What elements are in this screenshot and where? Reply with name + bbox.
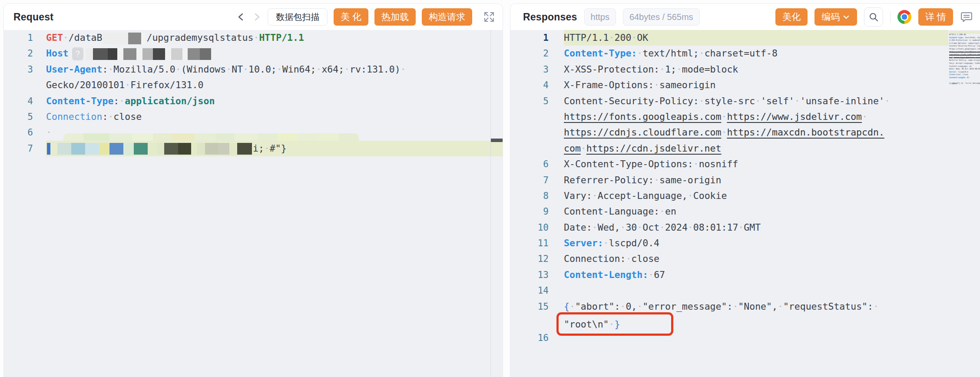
fullscreen-button[interactable] — [483, 8, 496, 26]
code-line: https://cdnjs.cloudflare.com·https://max… — [948, 48, 980, 51]
size-time-badge: 64bytes / 565ms — [623, 8, 700, 26]
history-prev-button[interactable] — [236, 8, 246, 26]
code-token: HTTP/1.1 — [259, 32, 304, 43]
code-line: 5Connection:·close — [4, 109, 503, 125]
encode-button[interactable]: 编码 — [814, 8, 857, 26]
code-token: HTTP/1.1·200·OK — [564, 32, 648, 43]
beautify-request-button[interactable]: 美 化 — [334, 8, 368, 26]
build-request-button[interactable]: 构造请求 — [422, 8, 472, 26]
code-line-content: Content-Length:·67 — [949, 74, 980, 77]
history-next-button[interactable] — [252, 8, 262, 26]
line-number: 5 — [4, 109, 33, 125]
code-line-content: Content-Type:·text/html;·charset=utf-8 — [564, 46, 980, 61]
code-line: 11Server:·lscpd/0.4 — [510, 235, 980, 251]
code-token: ·67 — [648, 269, 665, 280]
request-title: Request — [13, 11, 53, 23]
code-line: https://cdnjs.cloudflare.com·https://max… — [510, 125, 980, 140]
code-token: Gecko/20100101·Firefox/131.0 — [46, 79, 203, 90]
code-line-content: i;·#"} — [46, 141, 503, 156]
code-line-content: Connection:·close — [46, 109, 503, 125]
question-badge[interactable]: ? — [72, 47, 83, 60]
response-code-editor[interactable]: 1HTTP/1.1·200·OK2Content-Type:·text/html… — [510, 30, 980, 377]
code-token: GET· — [46, 32, 69, 43]
packet-scan-button[interactable]: 数据包扫描 — [268, 8, 328, 26]
code-line-content: com·https://cdn.jsdelivr.net — [949, 51, 980, 54]
code-line: 9Content-Language:·en — [948, 63, 980, 66]
red-annotation-box: "root\n"·} — [949, 83, 960, 85]
code-line: 7Referrer-Policy:·same-origin — [948, 56, 980, 60]
chevron-left-icon — [236, 12, 246, 22]
chevron-down-icon — [842, 13, 850, 21]
line-number: 7 — [4, 141, 33, 156]
code-line-content: Vary:·Accept-Language,·Cookie — [949, 60, 980, 63]
line-number — [510, 314, 549, 330]
line-number: 1 — [4, 30, 33, 46]
minimap[interactable]: 1HTTP/1.1·200·OK2Content-Type:·text/html… — [948, 31, 980, 96]
code-line-content: Date:·Wed,·30·Oct·2024·08:01:17·GMT — [564, 220, 980, 235]
line-number: 3 — [510, 62, 549, 77]
code-line: 2Content-Type:·text/html;·charset=utf-8 — [948, 34, 980, 37]
code-line-content: Referrer-Policy:·same-origin — [949, 56, 980, 60]
code-line-content: Gecko/20100101·Firefox/131.0 — [46, 77, 503, 93]
redacted-blocks — [103, 33, 146, 44]
code-line-content: X-Frame-Options:·sameorigin — [564, 77, 980, 93]
code-line-content: Connection:·close — [564, 251, 980, 267]
line-number: 4 — [510, 77, 549, 93]
line-number: 10 — [510, 220, 549, 235]
code-line: 3User-Agent:·Mozilla/5.0·(Windows·NT·10.… — [4, 62, 503, 77]
code-line-content — [949, 77, 980, 80]
line-number: 3 — [4, 62, 33, 77]
code-token: i;·#"} — [253, 143, 287, 154]
code-line: 3X-XSS-Protection:·1;·mode=block — [948, 36, 980, 40]
code-token: · — [721, 127, 727, 138]
beautify-response-button[interactable]: 美化 — [775, 8, 808, 26]
code-token: Content-Length: — [564, 269, 648, 280]
code-line: 1HTTP/1.1·200·OK — [948, 31, 980, 34]
code-token: Content-Type — [46, 96, 113, 106]
code-line: https://fonts.googleapis.com·https://www… — [948, 45, 980, 48]
search-button[interactable] — [864, 7, 883, 26]
code-line: com·https://cdn.jsdelivr.net — [948, 51, 980, 54]
line-number: 13 — [510, 267, 549, 283]
code-line: com·https://cdn.jsdelivr.net — [510, 141, 980, 156]
code-line-content: Date:·Wed,·30·Oct·2024·08:01:17·GMT — [949, 65, 980, 68]
code-token: Vary:·Accept-Language,·Cookie — [564, 190, 727, 201]
code-line-content: User-Agent:·Mozilla/5.0·(Windows·NT·10.0… — [46, 62, 503, 77]
code-line-content: com·https://cdn.jsdelivr.net — [564, 141, 980, 156]
code-line: 8Vary:·Accept-Language,·Cookie — [948, 60, 980, 63]
code-line-content — [564, 283, 980, 298]
code-token: Content-Security-Policy:·style-src·'self… — [564, 96, 890, 106]
code-token: https://maxcdn.bootstrapcdn. — [727, 127, 884, 138]
line-number: 1 — [510, 30, 549, 46]
code-token: · — [581, 143, 586, 154]
hot-reload-button[interactable]: 热加载 — [374, 8, 416, 26]
code-line-content: Connection:·close — [949, 71, 980, 74]
code-line: 6X-Content-Type-Options:·nosniff — [510, 156, 980, 172]
code-line-content: https://cdnjs.cloudflare.com·https://max… — [949, 48, 980, 51]
code-token: /upgrademysqlstatus· — [146, 32, 259, 43]
comment-button[interactable] — [960, 8, 973, 26]
line-number: 15 — [510, 299, 549, 314]
code-line: 4X-Frame-Options:·sameorigin — [948, 40, 980, 43]
code-token: · — [862, 111, 867, 122]
code-token: ·lscpd/0.4 — [603, 238, 659, 248]
code-line: 6X-Content-Type-Options:·nosniff — [948, 54, 980, 57]
details-button[interactable]: 详 情 — [918, 8, 953, 26]
line-number — [4, 77, 33, 93]
code-line-content: X-Frame-Options:·sameorigin — [949, 40, 980, 43]
code-line: 7i;·#"} — [4, 141, 503, 156]
code-token: Host — [46, 48, 69, 59]
request-code-editor[interactable]: 1GET·/dataB/upgrademysqlstatus·HTTP/1.12… — [4, 30, 503, 377]
code-line-content: HTTP/1.1·200·OK — [949, 31, 980, 34]
code-token: } — [959, 83, 960, 85]
redacted-blocks — [86, 48, 211, 60]
chrome-icon[interactable] — [897, 10, 911, 24]
code-line: 12Connection:·close — [510, 251, 980, 267]
code-line: Gecko/20100101·Firefox/131.0 — [4, 77, 503, 93]
line-number: 8 — [510, 188, 549, 204]
fullscreen-icon — [483, 10, 496, 23]
code-line: 13Content-Length:·67 — [510, 267, 980, 283]
code-line-content: https://fonts.googleapis.com·https://www… — [949, 45, 980, 48]
code-token: { — [564, 301, 569, 312]
code-line-content: Referrer-Policy:·same-origin — [564, 172, 980, 188]
